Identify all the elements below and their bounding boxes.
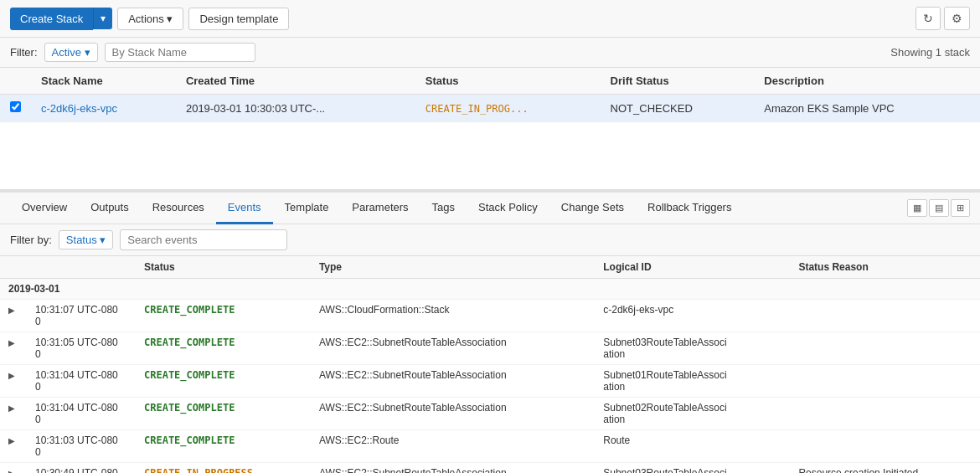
event-row: ▶ 10:31:04 UTC-0800 CREATE_COMPLETE AWS:… xyxy=(0,365,980,398)
event-expand-cell[interactable]: ▶ xyxy=(0,463,27,474)
toolbar: Create Stack ▾ Actions ▾ Design template… xyxy=(0,0,980,38)
event-row: ▶ 10:30:49 UTC-0800 CREATE_IN_PROGRESS A… xyxy=(0,463,980,474)
row-stack-name: c-2dk6j-eks-vpc xyxy=(31,95,176,122)
event-time: 10:30:49 UTC-0800 xyxy=(27,463,136,474)
create-stack-dropdown-button[interactable]: ▾ xyxy=(93,8,112,29)
expand-icon[interactable]: ▶ xyxy=(8,338,15,347)
event-logical-id: c-2dk6j-eks-vpc xyxy=(595,300,790,332)
event-expand-cell[interactable]: ▶ xyxy=(0,365,27,398)
expand-icon[interactable]: ▶ xyxy=(8,404,15,413)
view-icon-btn-2[interactable]: ▤ xyxy=(929,199,949,217)
row-checkbox[interactable] xyxy=(10,101,21,112)
view-icon-btn-3[interactable]: ⊞ xyxy=(951,199,970,217)
event-status: CREATE_COMPLETE xyxy=(136,365,311,398)
event-time: 10:31:04 UTC-0800 xyxy=(27,398,136,430)
event-expand-cell[interactable]: ▶ xyxy=(0,332,27,365)
event-time: 10:31:07 UTC-0800 xyxy=(27,300,136,332)
created-time-col-header: Created Time xyxy=(176,68,415,95)
tab-outputs[interactable]: Outputs xyxy=(79,193,141,224)
filter-label: Filter: xyxy=(10,46,38,59)
event-status: CREATE_COMPLETE xyxy=(136,398,311,430)
tab-rollback-triggers[interactable]: Rollback Triggers xyxy=(636,193,743,224)
actions-button[interactable]: Actions ▾ xyxy=(117,8,183,30)
event-logical-id: Subnet03RouteTableAssociation xyxy=(595,332,790,365)
tab-change-sets[interactable]: Change Sets xyxy=(549,193,636,224)
tab-events[interactable]: Events xyxy=(216,193,273,224)
event-status: CREATE_COMPLETE xyxy=(136,332,311,365)
settings-button[interactable]: ⚙ xyxy=(944,7,970,30)
events-header-row: Status Type Logical ID Status Reason xyxy=(0,256,980,279)
stack-name-link[interactable]: c-2dk6j-eks-vpc xyxy=(41,102,117,115)
tab-parameters[interactable]: Parameters xyxy=(340,193,420,224)
tab-resources[interactable]: Resources xyxy=(141,193,216,224)
status-col-header: Status xyxy=(415,68,601,95)
status-reason-col-header: Status Reason xyxy=(790,256,980,279)
row-checkbox-cell[interactable] xyxy=(0,95,31,122)
event-type: AWS::EC2::SubnetRouteTableAssociation xyxy=(311,463,595,474)
event-expand-cell[interactable]: ▶ xyxy=(0,398,27,430)
stacks-table-area: Stack Name Created Time Status Drift Sta… xyxy=(0,68,980,190)
tabs-right: ▦ ▤ ⊞ xyxy=(907,199,970,217)
event-expand-cell[interactable]: ▶ xyxy=(0,430,27,463)
event-type: AWS::EC2::SubnetRouteTableAssociation xyxy=(311,398,595,430)
refresh-button[interactable]: ↻ xyxy=(916,7,941,30)
table-row: c-2dk6j-eks-vpc 2019-03-01 10:30:03 UTC-… xyxy=(0,95,980,122)
time-col-header xyxy=(27,256,136,279)
event-type: AWS::EC2::Route xyxy=(311,430,595,463)
event-status-reason xyxy=(790,398,980,430)
description-col-header: Description xyxy=(754,68,980,95)
stack-name-filter-input[interactable] xyxy=(105,43,255,62)
filter-bar: Filter: Active ▾ Showing 1 stack xyxy=(0,38,980,68)
type-col-header: Type xyxy=(311,256,595,279)
status-col-header: Status xyxy=(136,256,311,279)
view-icon-btn-1[interactable]: ▦ xyxy=(907,199,927,217)
date-group-row: 2019-03-01 xyxy=(0,279,980,300)
tab-overview[interactable]: Overview xyxy=(10,193,79,224)
event-status-reason xyxy=(790,430,980,463)
checkbox-col-header xyxy=(0,68,31,95)
create-stack-group: Create Stack ▾ xyxy=(10,8,112,30)
event-expand-cell[interactable]: ▶ xyxy=(0,300,27,332)
tab-template[interactable]: Template xyxy=(273,193,341,224)
expand-icon[interactable]: ▶ xyxy=(8,436,15,445)
design-template-button[interactable]: Design template xyxy=(188,8,289,30)
event-logical-id: Route xyxy=(595,430,790,463)
event-status: CREATE_COMPLETE xyxy=(136,430,311,463)
logical-id-col-header: Logical ID xyxy=(595,256,790,279)
row-created-time: 2019-03-01 10:30:03 UTC-... xyxy=(176,95,415,122)
active-filter-dropdown[interactable]: Active ▾ xyxy=(44,43,98,62)
event-time: 10:31:03 UTC-0800 xyxy=(27,430,136,463)
tabs-header: OverviewOutputsResourcesEventsTemplatePa… xyxy=(0,193,980,224)
event-type: AWS::CloudFormation::Stack xyxy=(311,300,595,332)
tabs-panel: OverviewOutputsResourcesEventsTemplatePa… xyxy=(0,190,980,473)
events-table: Status Type Logical ID Status Reason 201… xyxy=(0,256,980,473)
event-status-reason xyxy=(790,300,980,332)
event-logical-id: Subnet02RouteTableAssociation xyxy=(595,398,790,430)
filter-by-label: Filter by: xyxy=(10,234,52,246)
event-logical-id: Subnet03RouteTableAssociation xyxy=(595,463,790,474)
row-drift-status: NOT_CHECKED xyxy=(601,95,755,122)
drift-status-col-header: Drift Status xyxy=(601,68,755,95)
table-header-row: Stack Name Created Time Status Drift Sta… xyxy=(0,68,980,95)
create-stack-button[interactable]: Create Stack xyxy=(10,8,93,30)
date-group-cell: 2019-03-01 xyxy=(0,279,980,300)
event-type: AWS::EC2::SubnetRouteTableAssociation xyxy=(311,365,595,398)
expand-icon[interactable]: ▶ xyxy=(8,469,15,473)
expand-icon[interactable]: ▶ xyxy=(8,371,15,380)
event-status: CREATE_COMPLETE xyxy=(136,300,311,332)
tab-stack-policy[interactable]: Stack Policy xyxy=(467,193,549,224)
row-description: Amazon EKS Sample VPC xyxy=(754,95,980,122)
tab-tags[interactable]: Tags xyxy=(420,193,467,224)
event-status: CREATE_IN_PROGRESS xyxy=(136,463,311,474)
stack-name-col-header: Stack Name xyxy=(31,68,176,95)
stacks-table: Stack Name Created Time Status Drift Sta… xyxy=(0,68,980,122)
event-logical-id: Subnet01RouteTableAssociation xyxy=(595,365,790,398)
event-row: ▶ 10:31:04 UTC-0800 CREATE_COMPLETE AWS:… xyxy=(0,398,980,430)
tabs-container: OverviewOutputsResourcesEventsTemplatePa… xyxy=(10,193,743,224)
expand-icon[interactable]: ▶ xyxy=(8,306,15,315)
empty-space xyxy=(0,122,980,189)
event-status-reason xyxy=(790,365,980,398)
event-status-reason: Resource creation Initiated xyxy=(790,463,980,474)
search-events-input[interactable] xyxy=(120,229,287,250)
status-filter-dropdown[interactable]: Status ▾ xyxy=(59,230,113,249)
